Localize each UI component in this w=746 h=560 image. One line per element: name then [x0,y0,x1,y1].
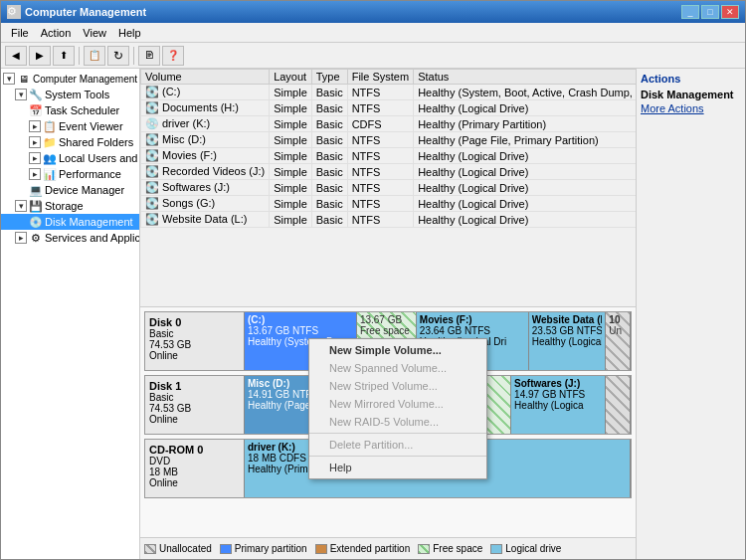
menu-view[interactable]: View [77,26,112,40]
volume-table: Volume Layout Type File System Status 💽(… [140,69,636,228]
cell-type: Basic [311,180,347,196]
col-filesystem[interactable]: File System [347,70,413,85]
task-scheduler-icon: 📅 [29,103,43,117]
table-row[interactable]: 💽Movies (F:) Simple Basic NTFS Healthy (… [141,148,637,164]
menu-file[interactable]: File [5,26,35,40]
services-expand[interactable]: ▸ [15,232,27,244]
partition-detail: 23.53 GB NTFS [532,325,603,336]
maximize-button[interactable]: □ [701,5,719,19]
back-button[interactable]: ◀ [5,46,27,66]
disk-name: Disk 1 [149,380,240,392]
shared-folders-expand[interactable]: ▸ [29,136,41,148]
table-row[interactable]: 💽Website Data (L:) Simple Basic NTFS Hea… [141,212,637,228]
cell-status: Healthy (Logical Drive) [414,196,636,212]
legend-color-unallocated [144,544,156,554]
disk-name: Disk 0 [149,316,240,328]
performance-expand[interactable]: ▸ [29,168,41,180]
forward-button[interactable]: ▶ [29,46,51,66]
context-menu: New Simple Volume...New Spanned Volume..… [308,338,487,479]
legend-color-logical [490,544,502,554]
legend-label-unallocated: Unallocated [159,543,212,554]
disk-size: 74.53 GB [149,403,240,414]
context-menu-separator [309,456,486,457]
tree-event-viewer[interactable]: ▸ 📋 Event Viewer [1,118,139,134]
tree-performance[interactable]: ▸ 📊 Performance [1,166,139,182]
cell-type: Basic [311,148,347,164]
table-row[interactable]: 💽Songs (G:) Simple Basic NTFS Healthy (L… [141,196,637,212]
cell-layout: Simple [270,196,312,212]
table-row[interactable]: 💽(C:) Simple Basic NTFS Healthy (System,… [141,85,637,100]
partition[interactable]: 10 Un [606,312,631,370]
cell-status: Healthy (Logical Drive) [414,164,636,180]
services-icon: ⚙ [29,231,43,245]
actions-section: Disk Management [641,89,741,100]
table-row[interactable]: 💽Misc (D:) Simple Basic NTFS Healthy (Pa… [141,132,637,148]
context-menu-item[interactable]: New Simple Volume... [309,341,486,359]
tree-task-scheduler[interactable]: 📅 Task Scheduler [1,102,139,118]
tree-disk-management[interactable]: 💿 Disk Management [1,214,139,230]
right-content: Volume Layout Type File System Status 💽(… [140,69,745,559]
col-type[interactable]: Type [311,70,347,85]
help-toolbar-button[interactable]: ❓ [162,46,184,66]
properties-button[interactable]: 🖹 [138,46,160,66]
system-tools-label: System Tools [45,89,109,100]
legend-label-logical: Logical drive [505,543,561,554]
table-row[interactable]: 💿driver (K:) Simple Basic CDFS Healthy (… [141,116,637,132]
event-viewer-expand[interactable]: ▸ [29,120,41,132]
col-status[interactable]: Status [414,70,636,85]
partition[interactable]: Website Data (L:) 23.53 GB NTFS Healthy … [529,312,607,370]
partition-detail: 23.64 GB NTFS [420,325,525,336]
storage-expand[interactable]: ▾ [15,200,27,212]
cell-volume: 💽Songs (G:) [141,196,270,212]
partition[interactable]: Softwares (J:) 14.97 GB NTFS Healthy (Lo… [511,376,606,434]
tree-system-tools[interactable]: ▾ 🔧 System Tools [1,87,139,102]
actions-title: Actions [641,73,741,85]
performance-icon: 📊 [43,167,57,181]
more-actions-link[interactable]: More Actions [641,102,741,114]
services-label: Services and Applications [45,232,140,244]
up-button[interactable]: ⬆ [53,46,75,66]
legend-label-primary: Primary partition [235,543,307,554]
menu-help[interactable]: Help [112,26,147,40]
partition[interactable] [606,376,631,434]
table-row[interactable]: 💽Softwares (J:) Simple Basic NTFS Health… [141,180,637,196]
menu-action[interactable]: Action [35,26,78,40]
show-hide-button[interactable]: 📋 [84,46,105,66]
tree-local-users[interactable]: ▸ 👥 Local Users and Groups [1,150,139,166]
cell-volume: 💽Documents (H:) [141,100,270,116]
disk-type: Basic [149,328,240,339]
shared-folders-icon: 📁 [43,135,57,149]
tree-services[interactable]: ▸ ⚙ Services and Applications [1,230,139,246]
minimize-button[interactable]: _ [681,5,699,19]
tree-device-manager[interactable]: 💻 Device Manager [1,182,139,198]
cell-volume: 💿driver (K:) [141,116,270,132]
local-users-label: Local Users and Groups [59,152,140,164]
context-menu-item[interactable]: Help [309,459,486,476]
table-row[interactable]: 💽Documents (H:) Simple Basic NTFS Health… [141,100,637,116]
toolbar-separator-2 [133,47,134,65]
disk-status: Online [149,414,240,425]
storage-icon: 💾 [29,199,43,213]
refresh-button[interactable]: ↻ [107,46,129,66]
col-volume[interactable]: Volume [141,70,270,85]
tree-root-expand[interactable]: ▾ [3,73,15,85]
partition-label: 10 [609,314,627,325]
cell-layout: Simple [270,180,312,196]
col-layout[interactable]: Layout [270,70,312,85]
table-scroll[interactable]: Volume Layout Type File System Status 💽(… [140,69,636,306]
close-button[interactable]: ✕ [721,5,739,19]
tree-root[interactable]: ▾ 🖥 Computer Management (Loca [1,71,139,87]
tree-shared-folders[interactable]: ▸ 📁 Shared Folders [1,134,139,150]
window-title: Computer Management [25,6,146,18]
cell-layout: Simple [270,164,312,180]
cell-layout: Simple [270,148,312,164]
partition-detail: 14.97 GB NTFS [514,389,602,400]
storage-label: Storage [45,200,84,212]
local-users-expand[interactable]: ▸ [29,152,41,164]
cell-fs: NTFS [347,180,413,196]
tree-storage[interactable]: ▾ 💾 Storage [1,198,139,214]
system-tools-expand[interactable]: ▾ [15,89,27,100]
cell-fs: NTFS [347,132,413,148]
partition-detail: 13.67 GB NTFS [248,325,353,336]
table-row[interactable]: 💽Recorded Videos (J:) Simple Basic NTFS … [141,164,637,180]
